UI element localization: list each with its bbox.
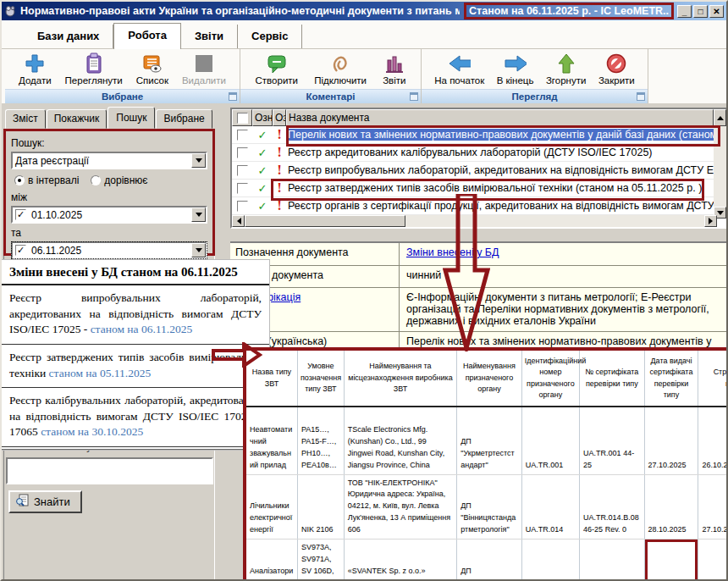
left-panel-tabs: ЗмістПокажчикПошукВибране	[5, 108, 213, 129]
document-list: Озн Озн Назва документа ✓!Перелік нових …	[230, 108, 728, 229]
detail-value-link[interactable]: Зміни внесені у БД	[406, 246, 499, 258]
popup-entry-date: станом на 06.11.2025	[91, 323, 193, 335]
column-header-mark1[interactable]: Озн	[252, 109, 273, 126]
select-all-header[interactable]	[232, 109, 252, 126]
popup-entry-date: станом на 05.11.2025	[49, 367, 152, 379]
select-all-checkbox[interactable]	[237, 113, 248, 124]
toolbar-button-label: Додати	[19, 75, 52, 86]
scroll-left-button[interactable]	[232, 215, 245, 227]
menu-tab-Бази даних[interactable]: Бази даних	[24, 25, 113, 48]
document-row[interactable]: ✓!Перелік нових та змінених нормативно-п…	[232, 126, 726, 144]
scrollbar-thumb[interactable]	[245, 215, 405, 227]
registry-cell: UA.TR.001	[521, 407, 579, 474]
menu-tab-Сервіс[interactable]: Сервіс	[238, 25, 302, 48]
date-from-checkbox[interactable]: ✓	[15, 209, 26, 220]
toolbar-button-На початок[interactable]: На початок	[430, 51, 488, 86]
toolbar-button-Підключити[interactable]: Підключити	[310, 51, 371, 86]
row-checkbox[interactable]	[237, 183, 248, 194]
toolbar-button-Звіти[interactable]: Звіти	[378, 51, 410, 86]
toolbar-group-caption-label: Перегляд	[512, 91, 558, 102]
document-name: Перелік нових та змінених нормативно-пра…	[286, 129, 726, 141]
minimize-button[interactable]: _	[677, 5, 692, 18]
toolbar-button-Список[interactable]: Список	[132, 51, 173, 86]
scroll-right-button[interactable]	[704, 215, 717, 227]
document-row[interactable]: ✓!Реєстр затверджених типів засобів вимі…	[232, 180, 726, 197]
radio-equals[interactable]: дорівнює	[91, 174, 147, 186]
row-checkbox[interactable]	[237, 130, 248, 141]
title-status-highlight: Станом на 06.11.2025 р. - ІС LeoMETR..	[464, 3, 674, 19]
detail-value: Є-Інформаційні документи з питань метрол…	[400, 288, 728, 331]
maximize-button[interactable]: □	[693, 5, 708, 18]
global-search-input[interactable]	[6, 457, 213, 484]
group-expand-icon[interactable]	[410, 92, 418, 101]
vertical-scrollbar[interactable]	[714, 126, 726, 219]
document-row[interactable]: ✓!Реєстр органів з сертифікації продукці…	[232, 197, 726, 215]
toolbar-button-Переглянути[interactable]: Переглянути	[61, 51, 127, 86]
radio-interval[interactable]: в інтервалі	[14, 174, 79, 186]
search-field-select[interactable]: Дата реєстрації	[11, 152, 207, 169]
chevron-down-icon[interactable]	[191, 243, 206, 257]
chevron-down-icon[interactable]	[191, 153, 206, 168]
registry-row[interactable]: Неавтоматичний зважувальний приладPA15…,…	[246, 407, 728, 474]
check-icon: ✓	[252, 147, 273, 159]
horizontal-scrollbar[interactable]	[232, 215, 717, 227]
date-to-checkbox[interactable]: ✓	[15, 245, 26, 256]
document-row[interactable]: ✓!Реєстр випробувальних лабораторій, акр…	[232, 162, 726, 180]
arrow-up-icon	[554, 52, 577, 75]
row-checkbox[interactable]	[237, 165, 248, 176]
arrow-left-icon	[448, 52, 471, 75]
row-checkbox[interactable]	[237, 201, 248, 212]
registry-cell: Аналізатори рівнів звуку та вібрації	[246, 540, 297, 581]
tab-Пошук[interactable]: Пошук	[108, 107, 155, 129]
document-row[interactable]: ✓!Реєстр акредитованих калібрувальних ла…	[232, 144, 726, 162]
registry-cell: SV973A, SV971A, SV 106D, SVAN 958A	[297, 540, 344, 581]
tab-Покажчик[interactable]: Покажчик	[47, 109, 108, 129]
detail-row: Позначення документаЗміни внесені у БД	[230, 243, 728, 266]
registry-column-header: Строк дії сертифіката перевірки типу	[698, 351, 728, 407]
group-expand-icon[interactable]	[229, 92, 237, 101]
window-title: Нормативно-правові акти України та орган…	[20, 5, 460, 17]
close-button[interactable]: ✕	[709, 5, 724, 18]
find-button-label: Знайти	[34, 495, 70, 508]
registry-cell: «SVANTEK Sp. z o.o.» Strzygłowska 81, 04…	[344, 540, 456, 581]
tab-Вибране[interactable]: Вибране	[156, 109, 212, 129]
search-label: Пошук:	[11, 137, 207, 149]
radio-interval-label: в інтервалі	[28, 174, 79, 186]
registry-row[interactable]: Лічильники електричної енергіїNIK 2106ТО…	[246, 474, 728, 540]
group-expand-icon[interactable]	[637, 92, 645, 101]
row-checkbox[interactable]	[237, 147, 248, 158]
toolbar-button-Створити[interactable]: Створити	[251, 51, 302, 86]
registry-cell: ДП "Укрметртестстандарт"	[457, 407, 521, 474]
popup-entry: Реєстр випробувальних лабораторій, акред…	[2, 285, 269, 345]
registry-column-header: Найменування та місцезнаходження виробни…	[344, 351, 456, 407]
registry-cell: UA.TR.001 44-25	[580, 407, 644, 474]
find-button[interactable]: Знайти	[8, 490, 82, 513]
toolbar-button-В кінець[interactable]: В кінець	[493, 51, 538, 86]
column-header-mark2[interactable]: Озн	[273, 109, 286, 126]
toolbar-button-Додати[interactable]: Додати	[14, 51, 56, 86]
date-from-select[interactable]: ✓ 01.10.2025	[11, 206, 207, 224]
between-label: між	[11, 191, 207, 203]
toolbar-button-label: Звіти	[383, 75, 405, 86]
detail-row: КласифікаціяЄ-Інформаційні документи з п…	[230, 288, 728, 332]
registry-cell: Лічильники електричної енергії	[246, 474, 297, 540]
changes-popup: Зміни внесені у БД станом на 06.11.2025 …	[2, 260, 269, 450]
chevron-down-icon[interactable]	[191, 208, 206, 222]
registry-column-header: Найменування призначеного органу	[457, 351, 521, 407]
toolbar-button-Закрити[interactable]: Закрити	[594, 51, 639, 86]
menu-tab-Робота[interactable]: Робота	[113, 23, 181, 49]
toolbar-button-Згорнути[interactable]: Згорнути	[542, 51, 590, 86]
menu-tab-Звіти[interactable]: Звіти	[181, 25, 238, 48]
app-icon	[4, 5, 17, 18]
registry-cell: 05.11.2035	[698, 540, 728, 581]
toolbar-button-label: Список	[136, 75, 168, 86]
document-detail-panel: Позначення документаЗміни внесені у БДСт…	[230, 241, 728, 349]
comment-icon	[265, 52, 288, 75]
column-header-name[interactable]: Назва документа	[286, 109, 714, 126]
registry-row[interactable]: Аналізатори рівнів звуку та вібраціїSV97…	[246, 540, 728, 581]
scroll-up-button[interactable]	[714, 109, 726, 126]
date-to-select[interactable]: ✓ 06.11.2025	[11, 241, 207, 259]
toolbar-button-label: Підключити	[314, 75, 367, 86]
registry-cell: UA.TR.001 45-25	[580, 540, 644, 581]
tab-Зміст[interactable]: Зміст	[5, 109, 46, 129]
